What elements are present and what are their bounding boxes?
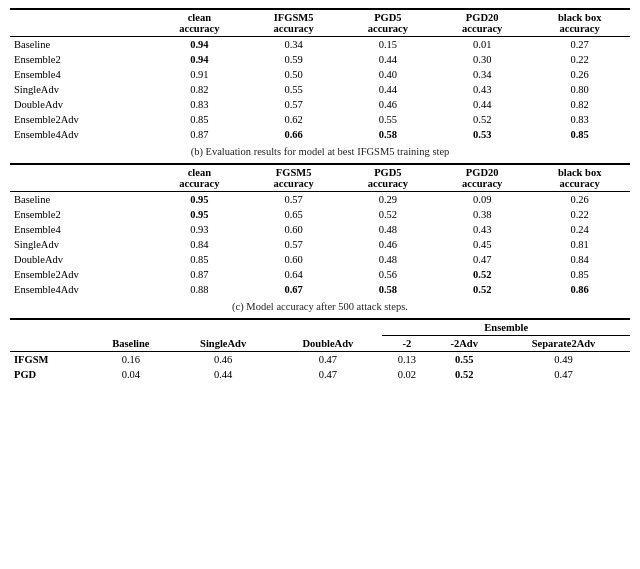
pgd5-val: 0.44 — [341, 52, 435, 67]
table-row: Ensemble4Adv 0.88 0.67 0.58 0.52 0.86 — [10, 282, 630, 297]
clean-val: 0.94 — [152, 37, 246, 53]
col-clean-b: cleanaccuracy — [152, 164, 246, 192]
fgsm5-val: 0.57 — [246, 237, 340, 252]
clean-val: 0.94 — [152, 52, 246, 67]
table-b-caption: (c) Model accuracy after 500 attack step… — [10, 301, 630, 312]
fgsm5-val: 0.57 — [246, 192, 340, 208]
col-baseline-c: Baseline — [89, 336, 173, 352]
pgd20-val: 0.53 — [435, 127, 529, 142]
attack-name: IFGSM — [10, 352, 89, 368]
bb-val: 0.85 — [529, 127, 630, 142]
pgd20-val: 0.47 — [435, 252, 529, 267]
clean-val: 0.85 — [152, 252, 246, 267]
pgd5-val: 0.46 — [341, 97, 435, 112]
model-name: DoubleAdv — [10, 97, 152, 112]
table-c-section: Ensemble Baseline SingleAdv DoubleAdv -2… — [10, 318, 630, 382]
pgd20-val: 0.01 — [435, 37, 529, 53]
col-sep-c: Separate2Adv — [497, 336, 630, 352]
clean-val: 0.87 — [152, 267, 246, 282]
ifgsm5-val: 0.50 — [246, 67, 340, 82]
pgd20-val: 0.09 — [435, 192, 529, 208]
pgd20-val: 0.52 — [435, 112, 529, 127]
ifgsm5-val: 0.59 — [246, 52, 340, 67]
bb-val: 0.26 — [529, 192, 630, 208]
table-row: DoubleAdv 0.83 0.57 0.46 0.44 0.82 — [10, 97, 630, 112]
clean-val: 0.95 — [152, 192, 246, 208]
pgd5-val: 0.56 — [341, 267, 435, 282]
doubleadv-val: 0.47 — [273, 352, 382, 368]
model-name: Ensemble4Adv — [10, 282, 152, 297]
bb-val: 0.24 — [529, 222, 630, 237]
bb-val: 0.81 — [529, 237, 630, 252]
pgd5-val: 0.15 — [341, 37, 435, 53]
ensemble-group-header: Ensemble — [382, 319, 630, 336]
table-row: SingleAdv 0.82 0.55 0.44 0.43 0.80 — [10, 82, 630, 97]
table-a-section: cleanaccuracy IFGSM5accuracy PGD5accurac… — [10, 8, 630, 157]
pgd5-val: 0.29 — [341, 192, 435, 208]
fgsm5-val: 0.60 — [246, 222, 340, 237]
ifgsm5-val: 0.34 — [246, 37, 340, 53]
fgsm5-val: 0.67 — [246, 282, 340, 297]
table-row: Ensemble4 0.93 0.60 0.48 0.43 0.24 — [10, 222, 630, 237]
table-row: Baseline 0.94 0.34 0.15 0.01 0.27 — [10, 37, 630, 53]
col-clean-a: cleanaccuracy — [152, 9, 246, 37]
model-name: Ensemble2Adv — [10, 267, 152, 282]
table-row: Ensemble2Adv 0.87 0.64 0.56 0.52 0.85 — [10, 267, 630, 282]
singleadv-val: 0.46 — [173, 352, 273, 368]
pgd20-val: 0.34 — [435, 67, 529, 82]
table-row: SingleAdv 0.84 0.57 0.46 0.45 0.81 — [10, 237, 630, 252]
model-name: SingleAdv — [10, 82, 152, 97]
model-name: Ensemble4Adv — [10, 127, 152, 142]
clean-val: 0.88 — [152, 282, 246, 297]
col-pgd20-a: PGD20accuracy — [435, 9, 529, 37]
table-row: DoubleAdv 0.85 0.60 0.48 0.47 0.84 — [10, 252, 630, 267]
table-row: PGD 0.04 0.44 0.47 0.02 0.52 0.47 — [10, 367, 630, 382]
table-row: IFGSM 0.16 0.46 0.47 0.13 0.55 0.49 — [10, 352, 630, 368]
col-model-a — [10, 9, 152, 37]
pgd20-val: 0.45 — [435, 237, 529, 252]
clean-val: 0.84 — [152, 237, 246, 252]
ifgsm5-val: 0.55 — [246, 82, 340, 97]
model-name: SingleAdv — [10, 237, 152, 252]
table-c-header-row: Baseline SingleAdv DoubleAdv -2 -2Adv Se… — [10, 336, 630, 352]
pgd20-val: 0.43 — [435, 222, 529, 237]
pgd5-val: 0.46 — [341, 237, 435, 252]
pgd5-val: 0.48 — [341, 222, 435, 237]
clean-val: 0.82 — [152, 82, 246, 97]
fgsm5-val: 0.64 — [246, 267, 340, 282]
bb-val: 0.27 — [529, 37, 630, 53]
fgsm5-val: 0.65 — [246, 207, 340, 222]
e2adv-val: 0.55 — [431, 352, 497, 368]
table-row: Ensemble2 0.95 0.65 0.52 0.38 0.22 — [10, 207, 630, 222]
bb-val: 0.80 — [529, 82, 630, 97]
bb-val: 0.84 — [529, 252, 630, 267]
table-row: Ensemble2 0.94 0.59 0.44 0.30 0.22 — [10, 52, 630, 67]
pgd20-val: 0.52 — [435, 267, 529, 282]
clean-val: 0.91 — [152, 67, 246, 82]
table-b-section: cleanaccuracy FGSM5accuracy PGD5accuracy… — [10, 163, 630, 312]
col-pgd5-a: PGD5accuracy — [341, 9, 435, 37]
ifgsm5-val: 0.57 — [246, 97, 340, 112]
model-name: Ensemble4 — [10, 67, 152, 82]
col-pgd5-b: PGD5accuracy — [341, 164, 435, 192]
clean-val: 0.87 — [152, 127, 246, 142]
bb-val: 0.22 — [529, 52, 630, 67]
pgd20-val: 0.30 — [435, 52, 529, 67]
model-name: Ensemble4 — [10, 222, 152, 237]
pgd5-val: 0.58 — [341, 282, 435, 297]
pgd5-val: 0.58 — [341, 127, 435, 142]
baseline-val: 0.04 — [89, 367, 173, 382]
col-singleadv-c: SingleAdv — [173, 336, 273, 352]
table-c-ensemble-row: Ensemble — [10, 319, 630, 336]
sep-val: 0.47 — [497, 367, 630, 382]
table-row: Ensemble4Adv 0.87 0.66 0.58 0.53 0.85 — [10, 127, 630, 142]
e2adv-val: 0.52 — [431, 367, 497, 382]
pgd5-val: 0.55 — [341, 112, 435, 127]
clean-val: 0.83 — [152, 97, 246, 112]
singleadv-val: 0.44 — [173, 367, 273, 382]
col-bb-a: black boxaccuracy — [529, 9, 630, 37]
model-name: DoubleAdv — [10, 252, 152, 267]
clean-val: 0.85 — [152, 112, 246, 127]
pgd5-val: 0.52 — [341, 207, 435, 222]
e2-val: 0.02 — [382, 367, 431, 382]
